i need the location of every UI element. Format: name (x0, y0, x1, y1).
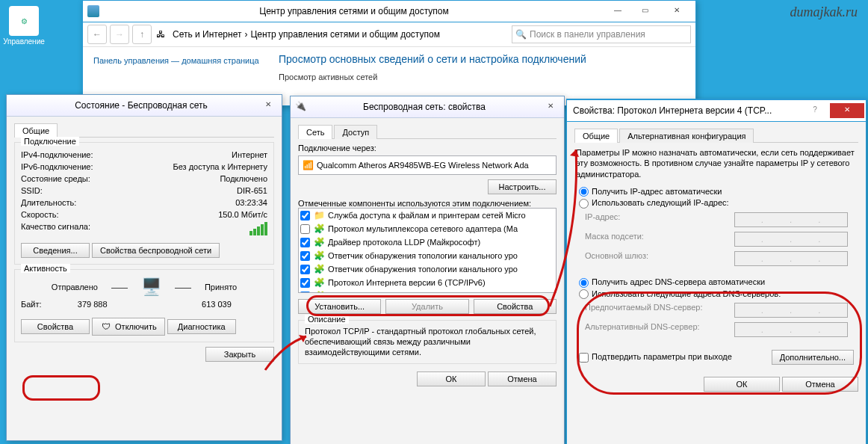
radio-auto-ip[interactable]: Получить IP-адрес автоматически (579, 187, 722, 196)
tab-general[interactable]: Общие (14, 123, 58, 138)
nic-icon: 📶 (302, 159, 314, 171)
close-button[interactable]: ✕ (830, 103, 864, 118)
item-properties-button[interactable]: Свойства (474, 299, 557, 314)
description-group: Описание Протокол TCP/IP - стандартный п… (298, 320, 557, 364)
desktop-shortcut[interactable]: ⚙ Управление (1, 6, 46, 46)
protocol-icon: 🧩 (313, 236, 325, 248)
wifi-properties-button[interactable]: Свойства беспроводной сети (92, 243, 220, 258)
tab-general[interactable]: Общие (574, 129, 618, 143)
up-button[interactable]: ↑ (132, 25, 152, 44)
bytes-received: 613 039 (166, 300, 267, 309)
sent-label: Отправлено (52, 283, 98, 292)
search-input[interactable]: 🔍Поиск в панели управления (512, 25, 691, 43)
mask-input[interactable]: ... (734, 232, 848, 247)
row-quality: Качество сигнала: (21, 221, 267, 237)
radio-auto-dns[interactable]: Получить адрес DNS-сервера автоматически (579, 277, 765, 286)
list-item[interactable]: 📁Служба доступа к файлам и принтерам сет… (299, 209, 556, 222)
radio-manual-dns[interactable]: Использовать следующие адреса DNS-сервер… (579, 289, 781, 298)
status-window[interactable]: Состояние - Беспроводная сеть ✕ Общие По… (6, 94, 282, 441)
tabs: Общие Альтернативная конфигурация (574, 128, 858, 143)
breadcrumb: ← → ↑ 🖧 Сеть и Интернет › Центр управлен… (83, 22, 695, 47)
description-text: Протокол TCP/IP - стандартный протокол г… (305, 327, 550, 357)
checkbox[interactable] (300, 211, 310, 221)
connection-group: Подключение IPv4-подключение:Интернет IP… (14, 142, 274, 265)
group-legend: Подключение (21, 137, 79, 146)
protocol-icon: 🧩 (313, 250, 325, 262)
titlebar[interactable]: Центр управления сетями и общим доступом… (83, 1, 695, 22)
signal-bars-icon (249, 222, 267, 235)
tab-network[interactable]: Сеть (298, 125, 332, 139)
ip-input[interactable]: ... (734, 212, 848, 227)
row-dns1: Предпочитаемый DNS-сервер:... (574, 300, 858, 320)
minimize-button[interactable]: — (606, 4, 630, 19)
configure-button[interactable]: Настроить... (488, 179, 557, 194)
list-item[interactable]: 🧩Протокол Интернета версии 4 (TCP/IPv4) (299, 289, 556, 293)
remove-button[interactable]: Удалить (385, 299, 468, 314)
list-item[interactable]: 🧩Драйвер протокола LLDP (Майкрософт) (299, 235, 556, 249)
intro-text: Параметры IP можно назначать автоматичес… (576, 147, 857, 179)
network-icon: 🖧 (155, 28, 167, 40)
checkbox[interactable] (300, 265, 310, 274)
group-legend: Описание (305, 315, 349, 324)
ok-button[interactable]: ОК (417, 371, 486, 386)
bytes-sent: 379 888 (42, 300, 143, 309)
received-label: Принято (205, 283, 237, 292)
checkbox[interactable] (300, 224, 310, 234)
tabs: Общие (14, 123, 274, 138)
details-button[interactable]: Сведения... (21, 243, 90, 258)
page-heading: Просмотр основных сведений о сети и наст… (279, 53, 586, 65)
desktop-shortcut-label: Управление (3, 37, 45, 46)
maximize-button[interactable]: ▭ (633, 4, 657, 19)
close-dialog-button[interactable]: Закрыть (205, 347, 274, 362)
titlebar[interactable]: Свойства: Протокол Интернета версии 4 (T… (567, 100, 866, 122)
cpl-home-link[interactable]: Панель управления — домашняя страница (83, 47, 276, 87)
connect-via-label: Подключение через: (298, 144, 557, 152)
properties-button[interactable]: Свойства (21, 319, 90, 334)
row-ipv4: IPv4-подключение:Интернет (21, 149, 267, 161)
forward-button[interactable]: → (110, 25, 129, 44)
checkbox[interactable] (300, 251, 310, 261)
row-media: Состояние среды:Подключено (21, 173, 267, 185)
gateway-input[interactable]: ... (734, 251, 848, 266)
computers-icon: 🖥️ (141, 277, 161, 297)
components-list[interactable]: 📁Служба доступа к файлам и принтерам сет… (298, 208, 557, 293)
ipv4-properties-window[interactable]: Свойства: Протокол Интернета версии 4 (T… (566, 99, 867, 444)
adapter-icon: 🔌 (295, 101, 307, 113)
back-button[interactable]: ← (87, 25, 107, 44)
row-mask: Маска подсети:... (574, 229, 858, 249)
breadcrumb-item[interactable]: Сеть и Интернет (173, 29, 241, 40)
checkbox[interactable] (300, 278, 310, 288)
titlebar[interactable]: Состояние - Беспроводная сеть ✕ (7, 95, 282, 117)
radio-manual-ip[interactable]: Использовать следующий IP-адрес: (579, 198, 729, 207)
adapter-properties-window[interactable]: 🔌 Беспроводная сеть: свойства ✕ Сеть Дос… (290, 96, 565, 444)
close-button[interactable]: ✕ (660, 4, 694, 19)
validate-checkbox[interactable]: Подтвердить параметры при выходе (579, 352, 732, 363)
ok-button[interactable]: ОК (704, 377, 780, 392)
components-label: Отмеченные компоненты используются этим … (298, 199, 557, 208)
dns2-input[interactable]: ... (734, 322, 848, 337)
cancel-button[interactable]: Отмена (488, 371, 557, 386)
advanced-button[interactable]: Дополнительно... (772, 350, 854, 365)
control-panel-window[interactable]: Центр управления сетями и общим доступом… (82, 0, 696, 106)
titlebar[interactable]: 🔌 Беспроводная сеть: свойства ✕ (291, 96, 564, 118)
checkbox[interactable] (300, 292, 310, 294)
cancel-button[interactable]: Отмена (782, 377, 858, 392)
close-button[interactable]: ✕ (539, 99, 562, 114)
list-item[interactable]: 🧩Протокол мультиплексора сетевого адапте… (299, 222, 556, 235)
breadcrumb-item[interactable]: Центр управления сетями и общим доступом (250, 29, 440, 40)
list-item[interactable]: 🧩Протокол Интернета версии 6 (TCP/IPv6) (299, 276, 556, 289)
protocol-icon: 🧩 (313, 290, 325, 293)
list-item[interactable]: 🧩Ответчик обнаружения топологии канально… (299, 262, 556, 276)
dns1-input[interactable]: ... (734, 303, 848, 318)
close-button[interactable]: ✕ (256, 98, 280, 113)
service-icon: 📁 (313, 209, 325, 221)
tab-sharing[interactable]: Доступ (334, 125, 377, 139)
adapter-field: 📶 Qualcomm Atheros AR9485WB-EG Wireless … (298, 155, 557, 175)
tab-alt-config[interactable]: Альтернативная конфигурация (619, 129, 754, 143)
checkbox[interactable] (300, 238, 310, 247)
help-button[interactable]: ? (803, 103, 827, 118)
diagnose-button[interactable]: Диагностика (167, 319, 236, 334)
list-item[interactable]: 🧩Ответчик обнаружения топологии канально… (299, 249, 556, 262)
install-button[interactable]: Установить... (298, 299, 381, 314)
disable-button[interactable]: 🛡Отключить (92, 318, 165, 336)
